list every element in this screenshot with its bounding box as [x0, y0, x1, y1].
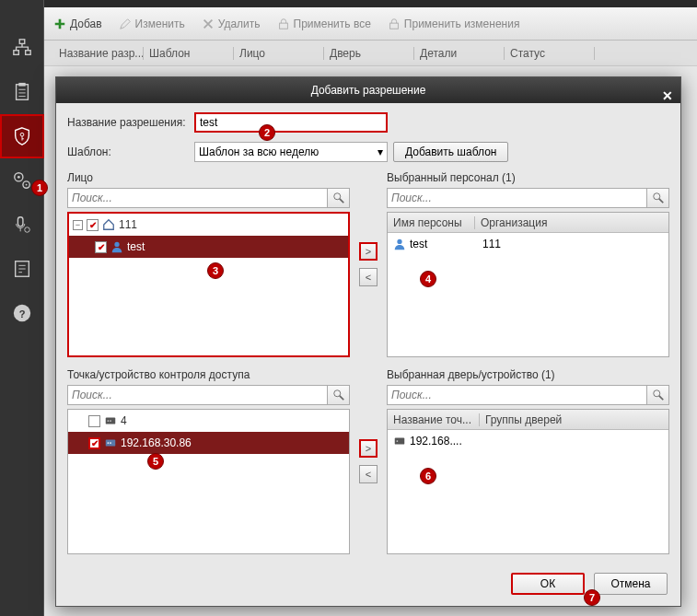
device2-label: 192.168.30.86: [121, 436, 192, 449]
collapse-icon[interactable]: −: [73, 220, 83, 230]
col-name[interactable]: Название разр...: [53, 47, 144, 60]
move-left-person-button[interactable]: <: [359, 268, 378, 286]
person-search-input[interactable]: [67, 188, 328, 208]
col-details[interactable]: Детали: [414, 47, 505, 60]
template-value: Шаблон за всю неделю: [199, 145, 319, 158]
dialog-titlebar[interactable]: Добавить разрешение ✕: [56, 77, 680, 103]
mic-gear-icon: [12, 215, 32, 235]
selected-person-label: Выбранный персонал (1): [387, 171, 669, 184]
person-icon: [110, 240, 123, 253]
clipboard-icon: [12, 82, 32, 102]
chevron-down-icon: ▾: [378, 145, 383, 158]
add-permission-dialog: Добавить разрешение ✕ Название разрешени…: [55, 76, 681, 607]
name-label: Название разрешения:: [67, 116, 189, 129]
selected-device-row[interactable]: 192.168....: [388, 430, 668, 452]
dialog-title-text: Добавить разрешение: [311, 84, 426, 97]
svg-point-29: [653, 193, 659, 200]
template-label: Шаблон:: [67, 145, 189, 158]
search-icon: [652, 389, 665, 401]
org-label: 111: [119, 218, 137, 231]
move-right-person-button[interactable]: >: [359, 242, 378, 261]
cancel-button[interactable]: Отмена: [594, 573, 668, 595]
person-row[interactable]: test: [69, 236, 348, 258]
close-icon[interactable]: ✕: [662, 83, 673, 109]
delete-button[interactable]: Удалить: [202, 17, 261, 30]
device-icon: [393, 435, 406, 447]
sidebar-item-mic[interactable]: [0, 203, 44, 247]
permission-name-input[interactable]: [194, 112, 388, 133]
edit-icon: [119, 17, 132, 30]
col-template[interactable]: Шаблон: [144, 47, 234, 60]
badge-5: 5: [147, 453, 164, 470]
person-tree[interactable]: − 111 test: [67, 212, 350, 357]
device-search-input[interactable]: [67, 385, 328, 405]
edit-label: Изменить: [135, 17, 185, 30]
cell-person: test: [410, 238, 479, 250]
lock-icon: [277, 17, 290, 30]
apply-changes-button[interactable]: Применить изменения: [388, 17, 520, 30]
plus-icon: [53, 17, 66, 30]
device2-checkbox[interactable]: [88, 437, 100, 449]
org-checkbox[interactable]: [87, 219, 99, 231]
apply-changes-label: Применить изменения: [404, 17, 520, 30]
device-row-2[interactable]: 192.168.30.86: [68, 432, 349, 454]
sidebar-item-access[interactable]: [0, 114, 44, 158]
apply-all-label: Применить все: [294, 17, 371, 30]
col-door[interactable]: Дверь: [324, 47, 414, 60]
ok-button[interactable]: ОК: [511, 573, 585, 595]
search-icon: [652, 192, 665, 204]
col-person[interactable]: Лицо: [234, 47, 324, 60]
move-right-device-button[interactable]: >: [359, 439, 378, 458]
svg-rect-4: [18, 83, 25, 87]
device-search-button[interactable]: [328, 385, 350, 405]
svg-point-8: [20, 133, 24, 136]
badge-3: 3: [207, 262, 224, 279]
org-row[interactable]: − 111: [69, 214, 348, 236]
template-select[interactable]: Шаблон за всю неделю ▾: [194, 142, 388, 162]
svg-point-28: [114, 242, 119, 247]
person-search-button[interactable]: [328, 188, 350, 208]
lock-icon: [388, 17, 401, 30]
device-icon: [104, 436, 117, 449]
delete-icon: [202, 17, 215, 30]
selected-person-search-button[interactable]: [647, 188, 669, 208]
person-icon: [393, 238, 406, 250]
selected-person-row[interactable]: test 111: [388, 233, 668, 255]
device1-label: 4: [121, 414, 127, 427]
svg-point-26: [333, 193, 340, 200]
svg-point-12: [17, 176, 20, 179]
th-groups[interactable]: Группы дверей: [480, 413, 668, 426]
sidebar-item-help[interactable]: ?: [0, 291, 44, 335]
move-left-device-button[interactable]: <: [359, 465, 378, 483]
svg-rect-3: [17, 85, 29, 100]
col-status[interactable]: Статус: [505, 47, 595, 60]
sidebar-item-topology[interactable]: [0, 26, 44, 70]
th-org[interactable]: Организация: [475, 216, 668, 229]
svg-point-32: [333, 390, 340, 397]
sidebar-item-clipboard[interactable]: [0, 70, 44, 114]
sidebar-item-report[interactable]: [0, 247, 44, 291]
add-label: Добав: [70, 17, 102, 30]
device-tree[interactable]: 4 192.168.30.86: [67, 409, 350, 554]
help-icon: ?: [12, 303, 32, 323]
svg-rect-24: [279, 23, 287, 29]
selected-person-search-input[interactable]: [387, 188, 647, 208]
gear-icon: [12, 170, 32, 191]
svg-text:?: ?: [19, 308, 26, 320]
device-row-1[interactable]: 4: [68, 410, 349, 432]
apply-all-button[interactable]: Применить все: [277, 17, 371, 30]
add-template-button[interactable]: Добавить шаблон: [393, 142, 508, 162]
selected-device-search-button[interactable]: [647, 385, 669, 405]
person-label: test: [127, 240, 145, 253]
th-point[interactable]: Название точ...: [388, 413, 480, 426]
th-person-name[interactable]: Имя персоны: [388, 216, 475, 229]
add-button[interactable]: Добав: [53, 17, 102, 30]
svg-rect-42: [395, 438, 405, 445]
selected-device-search-input[interactable]: [387, 385, 647, 405]
device1-checkbox[interactable]: [88, 415, 100, 427]
svg-line-30: [658, 199, 662, 203]
edit-button[interactable]: Изменить: [119, 17, 185, 30]
person-checkbox[interactable]: [95, 241, 107, 253]
svg-line-27: [339, 199, 343, 203]
svg-line-41: [658, 396, 662, 400]
